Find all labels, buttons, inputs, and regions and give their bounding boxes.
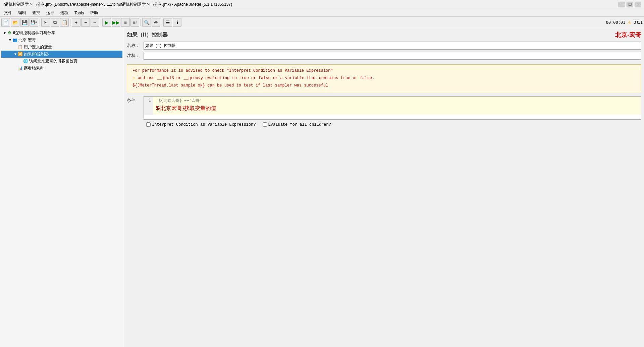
line-numbers: 1 xyxy=(144,97,153,115)
stop-button[interactable]: ■ xyxy=(121,18,130,27)
panel-header: 如果（If）控制器 北京-宏哥 xyxy=(127,31,641,39)
sep2 xyxy=(70,19,70,26)
info-line2: ⚠ and use __jexl3 or __groovy evaluating… xyxy=(132,74,636,82)
main-layout: ▼⚙if逻辑控制器学习与分享▼👥北京-宏哥 📋用户定义的变量▼🔀如果(If)控制… xyxy=(0,28,644,347)
find-button[interactable]: 🔍 xyxy=(142,18,151,27)
interpret-condition-checkbox-item: Interpret Condition as Variable Expressi… xyxy=(146,122,256,127)
save-as-button[interactable]: 💾+ xyxy=(30,18,38,27)
minimize-button[interactable]: — xyxy=(619,2,625,7)
sep1 xyxy=(40,19,40,26)
save-button[interactable]: 💾 xyxy=(20,18,29,27)
menu-item-编辑[interactable]: 编辑 xyxy=(15,9,29,16)
menu-item-帮助[interactable]: 帮助 xyxy=(87,9,101,16)
info-box: For performance it is advised to check "… xyxy=(127,64,641,92)
list-button[interactable]: ☰ xyxy=(163,18,172,27)
condition-editor[interactable]: '${北京宏哥}'=='宏哥' ${北京宏哥}获取变量的值 xyxy=(153,97,641,115)
warning-triangle-icon: ⚠ xyxy=(132,75,135,80)
condition-line-num-area: 1 '${北京宏哥}'=='宏哥' ${北京宏哥}获取变量的值 xyxy=(144,97,641,115)
condition-editor-wrapper: 1 '${北京宏哥}'=='宏哥' ${北京宏哥}获取变量的值 xyxy=(144,96,641,120)
timer-display: 00:00:01 xyxy=(606,20,626,25)
name-input[interactable] xyxy=(144,42,641,50)
window-controls: — ❐ ✕ xyxy=(619,2,641,7)
right-panel: 如果（If）控制器 北京-宏哥 名称： 注释： For performance … xyxy=(124,28,644,347)
restore-button[interactable]: ❐ xyxy=(627,2,633,7)
tree-node-thread-group[interactable]: ▼👥北京-宏哥 xyxy=(1,37,122,44)
tree-label-if-controller: 如果(If)控制器 xyxy=(24,51,49,57)
tree-arrow-thread-group[interactable]: ▼ xyxy=(8,38,12,42)
comment-row: 注释： xyxy=(127,52,641,60)
menu-item-选项[interactable]: 选项 xyxy=(58,9,71,16)
line-number-1: 1 xyxy=(146,98,151,103)
zoom-button[interactable]: ⊕ xyxy=(152,18,160,27)
menu-bar: 文件编辑查找运行选项Tools帮助 xyxy=(0,9,644,17)
tree-arrow-root[interactable]: ▼ xyxy=(3,31,7,35)
tree-node-if-controller[interactable]: ▼🔀如果(If)控制器 xyxy=(1,51,122,58)
run-button[interactable]: ▶ xyxy=(102,18,111,27)
panel-brand: 北京-宏哥 xyxy=(615,31,641,39)
tree-node-user-vars[interactable]: 📋用户定义的变量 xyxy=(1,44,122,51)
sep3 xyxy=(101,19,101,26)
name-label: 名称： xyxy=(127,43,144,49)
tree-arrow-if-controller[interactable]: ▼ xyxy=(13,52,17,56)
tree-label-user-vars: 用户定义的变量 xyxy=(24,44,52,50)
run-no-pause-button[interactable]: ▶▶ xyxy=(112,18,120,27)
paste-button[interactable]: 📋 xyxy=(60,18,69,27)
tree-node-root[interactable]: ▼⚙if逻辑控制器学习与分享 xyxy=(1,30,122,37)
tree-node-view-tree[interactable]: 📊察看结果树 xyxy=(1,65,122,72)
copy-button[interactable]: ⧉ xyxy=(51,18,59,27)
info-button[interactable]: ℹ xyxy=(173,18,181,27)
tree-icon-access: 🌐 xyxy=(23,59,28,64)
stop-now-button[interactable]: ■! xyxy=(130,18,139,27)
comment-label: 注释： xyxy=(127,53,144,59)
menu-item-Tools[interactable]: Tools xyxy=(72,10,87,16)
tree-icon-thread-group: 👥 xyxy=(12,38,17,43)
sep5 xyxy=(162,19,162,26)
interpret-condition-checkbox[interactable] xyxy=(146,122,151,127)
condition-first-line-code: '${北京宏哥}'=='宏哥' xyxy=(156,98,638,104)
cut-button[interactable]: ✂ xyxy=(41,18,50,27)
error-counter: 0 0/1 xyxy=(634,20,643,25)
collapse-button[interactable]: − xyxy=(81,18,90,27)
menu-item-运行[interactable]: 运行 xyxy=(44,9,57,16)
tree-label-view-tree: 察看结果树 xyxy=(24,65,44,71)
info-line2-text: and use __jexl3 or __groovy evaluating t… xyxy=(138,76,375,80)
close-button[interactable]: ✕ xyxy=(635,2,641,7)
panel-title: 如果（If）控制器 xyxy=(127,32,168,39)
info-line3: ${JMeterThread.last_sample_ok} can be us… xyxy=(132,82,636,89)
condition-area: 条件 1 '${北京宏哥}'=='宏哥' ${北京宏哥}获取变量的值 xyxy=(127,96,641,120)
back-button[interactable]: ← xyxy=(91,18,99,27)
tree-icon-if-controller: 🔀 xyxy=(17,52,23,57)
warning-icon: ⚠ xyxy=(627,20,632,25)
tree-icon-view-tree: 📊 xyxy=(17,66,23,71)
tree-label-thread-group: 北京-宏哥 xyxy=(18,37,36,43)
tree-label-root: if逻辑控制器学习与分享 xyxy=(13,30,55,36)
sep4 xyxy=(141,19,141,26)
condition-second-line-text: ${北京宏哥}获取变量的值 xyxy=(156,104,638,113)
toolbar-right: 00:00:01 ⚠ 0 0/1 xyxy=(606,20,643,25)
toolbar: 📄 📂 💾 💾+ ✂ ⧉ 📋 + − ← ▶ ▶▶ ■ ■! 🔍 ⊕ ☰ ℹ 0… xyxy=(0,17,644,28)
tree-node-access[interactable]: 🌐访问北京宏哥的博客园首页 xyxy=(1,58,122,65)
open-button[interactable]: 📂 xyxy=(11,18,19,27)
menu-item-文件[interactable]: 文件 xyxy=(1,9,15,16)
checkboxes-row: Interpret Condition as Variable Expressi… xyxy=(127,122,641,127)
evaluate-all-children-checkbox-item: Evaluate for all children? xyxy=(263,122,331,127)
tree-label-access: 访问北京宏哥的博客园首页 xyxy=(29,58,77,64)
name-row: 名称： xyxy=(127,42,641,50)
tree-icon-user-vars: 📋 xyxy=(17,45,23,50)
info-line1: For performance it is advised to check "… xyxy=(132,67,636,74)
comment-input[interactable] xyxy=(144,52,641,60)
new-button[interactable]: 📄 xyxy=(1,18,10,27)
title-text: if逻辑控制器学习与分享.jmx (D:\software\apache-jme… xyxy=(3,2,232,7)
evaluate-all-children-label: Evaluate for all children? xyxy=(268,122,331,127)
title-bar: if逻辑控制器学习与分享.jmx (D:\software\apache-jme… xyxy=(0,0,644,9)
tree-icon-root: ⚙ xyxy=(7,31,12,36)
expand-button[interactable]: + xyxy=(72,18,80,27)
evaluate-all-children-checkbox[interactable] xyxy=(263,122,267,127)
left-panel: ▼⚙if逻辑控制器学习与分享▼👥北京-宏哥 📋用户定义的变量▼🔀如果(If)控制… xyxy=(0,28,124,347)
condition-label: 条件 xyxy=(127,96,144,104)
menu-item-查找[interactable]: 查找 xyxy=(30,9,43,16)
interpret-condition-label: Interpret Condition as Variable Expressi… xyxy=(152,122,256,127)
